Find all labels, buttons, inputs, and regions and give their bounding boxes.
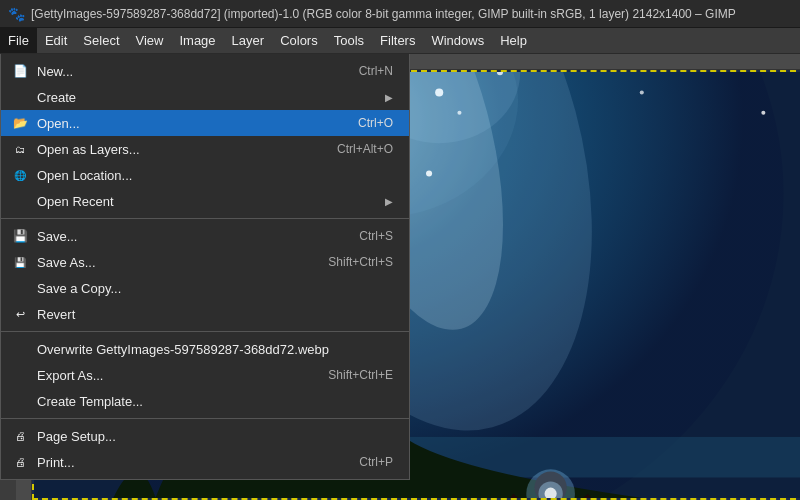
open-recent-arrow-icon: ▶ bbox=[385, 196, 393, 207]
menu-save-copy[interactable]: Save a Copy... bbox=[1, 275, 409, 301]
print-shortcut: Ctrl+P bbox=[359, 455, 393, 469]
save-as-icon: 💾 bbox=[11, 253, 29, 271]
revert-icon: ↩ bbox=[11, 305, 29, 323]
open-label: Open... bbox=[37, 116, 338, 131]
menu-revert[interactable]: ↩ Revert bbox=[1, 301, 409, 327]
separator-3 bbox=[1, 418, 409, 419]
menu-item-filters[interactable]: Filters bbox=[372, 28, 423, 53]
revert-label: Revert bbox=[37, 307, 393, 322]
open-location-icon: 🌐 bbox=[11, 166, 29, 184]
overwrite-label: Overwrite GettyImages-597589287-368dd72.… bbox=[37, 342, 393, 357]
menu-item-colors[interactable]: Colors bbox=[272, 28, 326, 53]
menu-create[interactable]: Create ▶ bbox=[1, 84, 409, 110]
menu-file-label: File bbox=[8, 33, 29, 48]
menu-export-as[interactable]: Export As... Shift+Ctrl+E bbox=[1, 362, 409, 388]
print-icon: 🖨 bbox=[11, 453, 29, 471]
menu-edit-label: Edit bbox=[45, 33, 67, 48]
menu-image-label: Image bbox=[179, 33, 215, 48]
menu-item-tools[interactable]: Tools bbox=[326, 28, 372, 53]
open-icon: 📂 bbox=[11, 114, 29, 132]
menu-layer-label: Layer bbox=[232, 33, 265, 48]
open-recent-label: Open Recent bbox=[37, 194, 385, 209]
menu-help-label: Help bbox=[500, 33, 527, 48]
create-label: Create bbox=[37, 90, 385, 105]
menu-save-as[interactable]: 💾 Save As... Shift+Ctrl+S bbox=[1, 249, 409, 275]
page-setup-label: Page Setup... bbox=[37, 429, 393, 444]
menu-filters-label: Filters bbox=[380, 33, 415, 48]
new-label: New... bbox=[37, 64, 339, 79]
menu-item-edit[interactable]: Edit bbox=[37, 28, 75, 53]
menu-new[interactable]: 📄 New... Ctrl+N bbox=[1, 58, 409, 84]
menu-open-location[interactable]: 🌐 Open Location... bbox=[1, 162, 409, 188]
menu-page-setup[interactable]: 🖨 Page Setup... bbox=[1, 423, 409, 449]
menu-view-label: View bbox=[136, 33, 164, 48]
title-bar: 🐾 [GettyImages-597589287-368dd72] (impor… bbox=[0, 0, 800, 28]
svg-point-29 bbox=[640, 91, 644, 95]
new-icon: 📄 bbox=[11, 62, 29, 80]
separator-2 bbox=[1, 331, 409, 332]
menu-open[interactable]: 📂 Open... Ctrl+O bbox=[1, 110, 409, 136]
menu-select-label: Select bbox=[83, 33, 119, 48]
menu-print[interactable]: 🖨 Print... Ctrl+P bbox=[1, 449, 409, 475]
save-copy-label: Save a Copy... bbox=[37, 281, 393, 296]
menu-colors-label: Colors bbox=[280, 33, 318, 48]
menu-tools-label: Tools bbox=[334, 33, 364, 48]
open-shortcut: Ctrl+O bbox=[358, 116, 393, 130]
separator-1 bbox=[1, 218, 409, 219]
menu-open-recent[interactable]: Open Recent ▶ bbox=[1, 188, 409, 214]
menu-item-help[interactable]: Help bbox=[492, 28, 535, 53]
svg-point-31 bbox=[761, 111, 765, 115]
menu-item-image[interactable]: Image bbox=[171, 28, 223, 53]
open-layers-label: Open as Layers... bbox=[37, 142, 317, 157]
menu-item-layer[interactable]: Layer bbox=[224, 28, 273, 53]
open-location-label: Open Location... bbox=[37, 168, 393, 183]
menu-item-windows[interactable]: Windows bbox=[423, 28, 492, 53]
open-layers-icon: 🗂 bbox=[11, 140, 29, 158]
create-arrow-icon: ▶ bbox=[385, 92, 393, 103]
print-label: Print... bbox=[37, 455, 339, 470]
title-text: [GettyImages-597589287-368dd72] (importe… bbox=[31, 7, 736, 21]
menu-item-view[interactable]: View bbox=[128, 28, 172, 53]
app-icon: 🐾 bbox=[8, 6, 25, 22]
page-setup-icon: 🖨 bbox=[11, 427, 29, 445]
menu-windows-label: Windows bbox=[431, 33, 484, 48]
export-as-shortcut: Shift+Ctrl+E bbox=[328, 368, 393, 382]
save-icon: 💾 bbox=[11, 227, 29, 245]
file-dropdown-menu: 📄 New... Ctrl+N Create ▶ 📂 Open... Ctrl+… bbox=[0, 54, 410, 480]
open-layers-shortcut: Ctrl+Alt+O bbox=[337, 142, 393, 156]
new-shortcut: Ctrl+N bbox=[359, 64, 393, 78]
menu-create-template[interactable]: Create Template... bbox=[1, 388, 409, 414]
export-as-label: Export As... bbox=[37, 368, 308, 383]
menu-save[interactable]: 💾 Save... Ctrl+S bbox=[1, 223, 409, 249]
menu-item-select[interactable]: Select bbox=[75, 28, 127, 53]
save-shortcut: Ctrl+S bbox=[359, 229, 393, 243]
menu-item-file[interactable]: File bbox=[0, 28, 37, 53]
create-template-label: Create Template... bbox=[37, 394, 393, 409]
menu-bar: File Edit Select View Image Layer Colors… bbox=[0, 28, 800, 54]
save-label: Save... bbox=[37, 229, 339, 244]
menu-open-layers[interactable]: 🗂 Open as Layers... Ctrl+Alt+O bbox=[1, 136, 409, 162]
save-as-label: Save As... bbox=[37, 255, 308, 270]
menu-overwrite[interactable]: Overwrite GettyImages-597589287-368dd72.… bbox=[1, 336, 409, 362]
save-as-shortcut: Shift+Ctrl+S bbox=[328, 255, 393, 269]
